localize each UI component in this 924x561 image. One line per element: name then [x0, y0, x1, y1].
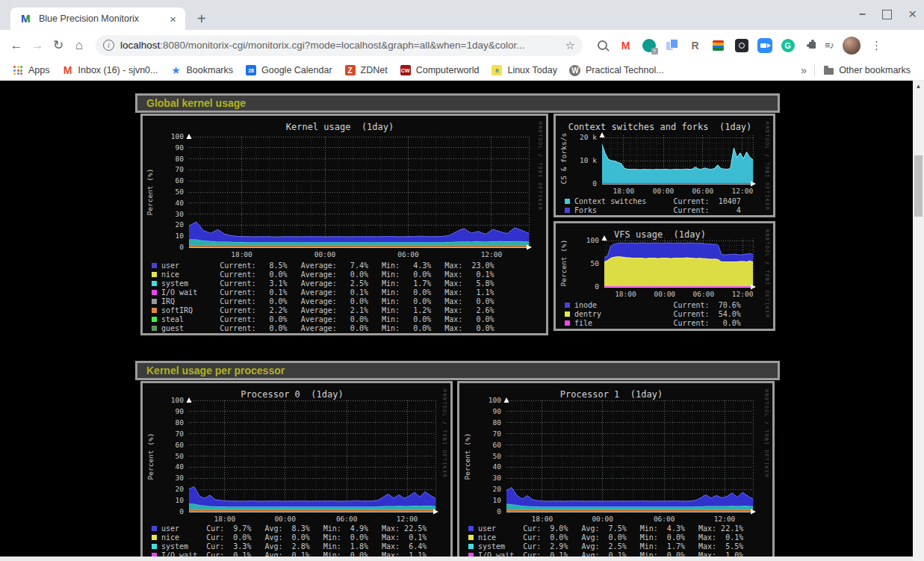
legend-row: file Current: 0.0%	[565, 318, 741, 327]
legend-text: nice Current: 0.0% Average: 0.0% Min: 0.…	[161, 270, 494, 279]
search-glyph	[598, 40, 607, 50]
square-glyph: 28	[246, 65, 256, 75]
titlebar: MM Blue Precision Monitorix × + – ×	[0, 0, 924, 30]
round-glyph: W	[569, 65, 580, 76]
bookmark-inbox[interactable]: MInbox (16) - sjvn0...	[62, 64, 158, 76]
monitorix-favicon-icon: MM	[21, 13, 33, 25]
legend-row: system Cur: 2.9% Avg: 2.5% Min: 1.7% Max…	[468, 542, 743, 551]
url-host: localhost	[120, 40, 160, 51]
bookmark-label: Bookmarks	[187, 65, 234, 75]
forward-button[interactable]: →	[27, 38, 48, 53]
rrdtool-watermark: RRDTOOL / TOBI OETIKER	[764, 229, 770, 318]
site-info-icon[interactable]: i	[103, 40, 114, 51]
home-button[interactable]: ⌂	[69, 38, 90, 53]
bookmark-label: Computerworld	[416, 65, 480, 75]
maximize-button[interactable]	[882, 10, 892, 19]
bookmark-apps[interactable]: Apps	[12, 64, 50, 76]
bookmark-computerworld[interactable]: CWComputerworld	[400, 64, 480, 76]
bookmark-practical-technology[interactable]: WPractical Technol...	[569, 64, 664, 76]
grammarly-extension-icon[interactable]: G	[780, 37, 796, 53]
scrollbar-thumb[interactable]	[914, 155, 923, 217]
legend-row: nice Current: 0.0% Average: 0.0% Min: 0.…	[152, 270, 494, 279]
legend-text: I/O wait Current: 0.1% Average: 0.1% Min…	[161, 288, 494, 297]
browser-tab[interactable]: MM Blue Precision Monitorix ×	[10, 7, 185, 30]
apps-grid-icon	[12, 64, 24, 76]
new-tab-button[interactable]: +	[197, 9, 206, 28]
tab-close-icon[interactable]: ×	[167, 13, 179, 25]
legend-row: steal Current: 0.0% Average: 0.0% Min: 0…	[152, 314, 494, 323]
IRQ-swatch-icon	[152, 299, 157, 304]
legend-text: file Current: 0.0%	[574, 319, 741, 327]
nice-swatch-icon	[468, 535, 474, 540]
bookmark-star-icon[interactable]: ☆	[565, 39, 575, 52]
bookmarks-bar: AppsMInbox (16) - sjvn0...★Bookmarks28Go…	[0, 61, 924, 81]
legend-row: inode Current: 70.6%	[565, 300, 741, 309]
books-glyph	[713, 40, 724, 51]
bookmark-zdnet[interactable]: ZZDNet	[344, 64, 388, 76]
bookmark-linux-today[interactable]: ltLinux Today	[491, 64, 557, 76]
legend-text: user Cur: 9.7% Avg: 8.3% Min: 4.9% Max: …	[161, 524, 427, 533]
square-icon: 28	[245, 64, 257, 76]
window-bottom-edge	[0, 557, 913, 561]
inode-swatch-icon	[565, 303, 570, 308]
page-scrollbar[interactable]: ▲	[913, 81, 924, 561]
bookmark-bookmarks[interactable]: ★Bookmarks	[170, 64, 234, 76]
legend-text: IRQ Current: 0.0% Average: 0.0% Min: 0.0…	[161, 297, 494, 306]
legend-text: guest Current: 0.0% Average: 0.0% Min: 0…	[161, 324, 494, 332]
reload-button[interactable]: ↻	[48, 37, 69, 53]
books-extension-icon[interactable]	[710, 37, 726, 53]
voice-extension-icon[interactable]	[641, 37, 657, 53]
vfs-usage-graph[interactable]: VFS usage (1day)Percent (%)05010018:0000…	[554, 221, 775, 331]
processor-1-graph[interactable]: Processor 1 (1day)Percent (%)01020304050…	[457, 381, 775, 559]
rrdtool-watermark: RRDTOOL / TOBI OETIKER	[441, 389, 447, 478]
close-button[interactable]: ×	[908, 6, 917, 22]
address-bar[interactable]: i localhost:8080/monitorix-cgi/monitorix…	[96, 35, 583, 56]
Context switches-swatch-icon	[565, 199, 570, 204]
zoom-extension-icon[interactable]	[757, 37, 772, 53]
kernel-usage-graph[interactable]: Kernel usage (1day)Percent (%)0102030405…	[140, 114, 548, 335]
voice-glyph	[642, 39, 656, 52]
letter-glyph: R	[691, 40, 698, 52]
legend-text: nice Cur: 0.0% Avg: 0.0% Min: 0.0% Max: …	[478, 533, 743, 542]
other-bookmarks-button[interactable]: Other bookmarks	[822, 64, 911, 76]
square-glyph: CW	[400, 65, 411, 75]
legend-text: Forks Current: 4	[574, 206, 741, 214]
processor-0-graph[interactable]: Processor 0 (1day)Percent (%)01020304050…	[140, 381, 453, 559]
bookmark-google-calendar[interactable]: 28Google Calendar	[245, 64, 332, 76]
section-title: Kernel usage per processor	[137, 365, 285, 376]
bookmark-label: Practical Technol...	[586, 65, 664, 75]
bookmarks-overflow-icon[interactable]: »	[801, 64, 807, 76]
round-glyph: G	[781, 39, 795, 52]
scrollbar-up-icon[interactable]: ▲	[913, 83, 924, 90]
camera-glyph	[757, 38, 772, 53]
round-icon: W	[569, 64, 581, 76]
minimize-button[interactable]: –	[859, 7, 866, 21]
playlist-icon[interactable]: ≡♪	[825, 40, 834, 51]
section-kernel-usage-per-processor: Kernel usage per processor Processor 0 (…	[135, 356, 780, 561]
gmail-extension-icon[interactable]: M	[618, 37, 633, 53]
bookmark-label: Google Calendar	[261, 65, 332, 75]
rrdtool-watermark: RRDTOOL / TOBI OETIKER	[763, 389, 769, 478]
search-extension-icon[interactable]	[595, 37, 610, 53]
copy-glyph	[666, 40, 678, 51]
copy-extension-icon[interactable]	[664, 37, 680, 53]
extensions-puzzle-icon[interactable]	[809, 42, 816, 49]
context-switches-graph[interactable]: Context switches and forks (1day)CS & fo…	[554, 114, 775, 217]
bookmarks-right: » Other bookmarks	[801, 64, 924, 76]
bookmark-label: Apps	[28, 65, 50, 75]
legend-text: system Cur: 2.9% Avg: 2.5% Min: 1.7% Max…	[478, 542, 743, 551]
legend-row: IRQ Current: 0.0% Average: 0.0% Min: 0.0…	[152, 297, 494, 306]
r-extension-icon[interactable]: R	[687, 37, 703, 53]
legend-row: nice Cur: 0.0% Avg: 0.0% Min: 0.0% Max: …	[152, 533, 427, 542]
url-text[interactable]: localhost:8080/monitorix-cgi/monitorix.c…	[120, 40, 561, 51]
legend-row: user Current: 8.5% Average: 7.4% Min: 4.…	[152, 261, 494, 270]
apps-grid-glyph	[13, 66, 22, 75]
back-button[interactable]: ←	[6, 38, 27, 53]
profile-avatar[interactable]	[843, 37, 861, 55]
legend-text: inode Current: 70.6%	[574, 301, 741, 309]
password-extension-icon[interactable]	[734, 37, 749, 53]
gmail-glyph: M	[63, 64, 72, 76]
system-swatch-icon	[468, 544, 474, 549]
menu-kebab-icon[interactable]: ⋮	[871, 39, 882, 52]
user-swatch-icon	[152, 526, 157, 531]
